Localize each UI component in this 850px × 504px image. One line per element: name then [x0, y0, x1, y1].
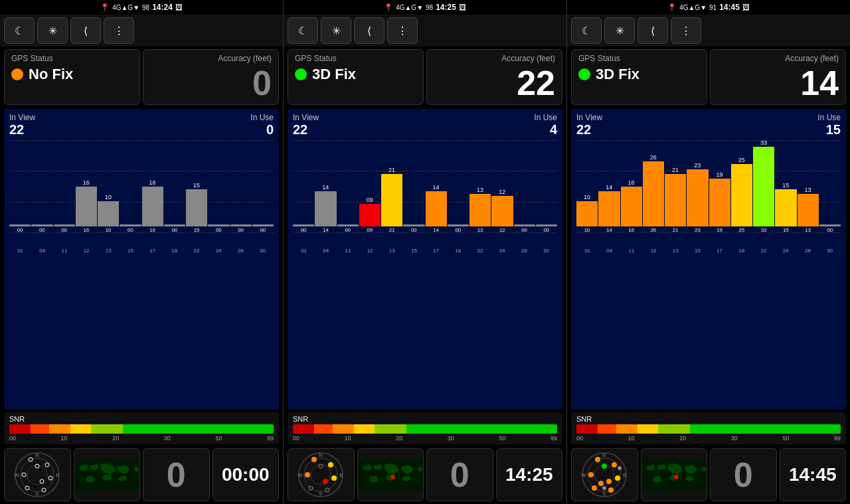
bar-12: 26 26: [643, 155, 664, 233]
bar-value-label: 21: [672, 167, 679, 173]
svg-point-42: [588, 472, 594, 477]
gps-status-card: GPS Status 3D Fix: [288, 49, 424, 105]
bar-snr-label: 13: [477, 227, 483, 233]
gps-fix-text: 3D Fix: [596, 66, 639, 83]
svg-text:N: N: [35, 452, 39, 458]
snr-label: SNR: [293, 415, 557, 423]
bar-11: 16 16: [621, 180, 642, 233]
accuracy-card: Accuracy (feet) 22: [426, 49, 562, 105]
snr-num: 30: [731, 435, 738, 442]
sat-id-labels: 010411121315171822242830: [9, 248, 274, 254]
gps-label: GPS Status: [578, 54, 700, 63]
bar-13: 10 10: [98, 195, 119, 233]
gps-status-card: GPS Status 3D Fix: [571, 49, 707, 105]
sat-id-17: 17: [709, 248, 730, 254]
toolbar-btn-1[interactable]: ✳: [604, 17, 635, 44]
bar-value-label: 19: [717, 172, 723, 178]
bar-value-label: 33: [760, 140, 767, 146]
bar-value-label: 23: [694, 163, 701, 169]
time-text: 14:24: [152, 3, 173, 12]
sat-id-13: 13: [381, 248, 403, 254]
sat-id-04: 04: [31, 248, 53, 254]
toolbar-btn-1[interactable]: ✳: [321, 17, 351, 44]
svg-point-50: [602, 486, 606, 490]
snr-bar: [9, 424, 274, 434]
bottom-row-2: N S W E 014:25: [284, 446, 566, 504]
svg-point-45: [608, 487, 614, 493]
bar-value-label: 13: [805, 187, 811, 193]
image-icon: 🖼: [459, 3, 466, 11]
bar-snr-label: 14: [433, 227, 439, 233]
panel-3: 📍 4G▲G▼ 91 14:45 🖼 ☾✳⟨⋮ GPS Status 3D Fi…: [567, 0, 850, 504]
sat-id-04: 04: [598, 248, 620, 254]
bar-body: [621, 187, 642, 226]
sat-id-17: 17: [425, 248, 447, 254]
toolbar-btn-0[interactable]: ☾: [288, 17, 318, 44]
accuracy-card: Accuracy (feet) 0: [143, 49, 279, 105]
toolbar-btn-2[interactable]: ⟨: [70, 17, 101, 44]
bar-snr-label: 16: [83, 227, 89, 233]
svg-text:S: S: [319, 491, 323, 497]
gps-label: GPS Status: [295, 54, 416, 63]
bar-snr-label: 26: [650, 227, 656, 233]
snr-segment: [49, 424, 70, 434]
bar-value-label: 16: [83, 180, 90, 186]
snr-segment: [576, 424, 598, 434]
toolbar-btn-3[interactable]: ⋮: [387, 17, 418, 44]
bar-30: 00: [536, 224, 557, 233]
snr-num: 10: [61, 435, 68, 442]
sat-id-11: 11: [53, 248, 75, 254]
bottom-card-2: 0: [143, 448, 210, 501]
toolbar-btn-2[interactable]: ⟨: [354, 17, 384, 44]
bar-17: 14 14: [426, 185, 447, 233]
bar-body: [98, 201, 119, 226]
toolbar-btn-0[interactable]: ☾: [571, 17, 602, 44]
sat-id-11: 11: [620, 248, 642, 254]
bar-18: 00: [448, 224, 469, 233]
bar-13: 21 21: [665, 167, 686, 233]
gps-dot: [578, 68, 590, 80]
bar-snr-label: 00: [301, 227, 307, 233]
bar-22: 15 15: [186, 183, 207, 233]
status-bar-2: 📍 4G▲G▼ 98 14:25 🖼: [284, 0, 566, 15]
sat-id-13: 13: [665, 248, 687, 254]
battery-text: 98: [142, 4, 149, 11]
bar-body: [164, 224, 185, 226]
bar-value-label: 14: [322, 185, 329, 191]
bottom-card-1: [641, 448, 708, 501]
toolbar-btn-1[interactable]: ✳: [37, 17, 68, 44]
battery-text: 91: [709, 4, 717, 11]
bar-snr-label: 25: [738, 227, 744, 233]
toolbar-btn-0[interactable]: ☾: [4, 17, 35, 44]
in-view-label: In View: [9, 113, 35, 122]
sat-id-30: 30: [819, 248, 841, 254]
bar-snr-label: 00: [521, 227, 527, 233]
bar-snr-label: 21: [389, 227, 395, 233]
toolbar-btn-3[interactable]: ⋮: [104, 17, 134, 44]
in-view-number: 22: [9, 122, 35, 137]
bar-body: [9, 224, 31, 226]
bar-body: [142, 187, 163, 226]
location-icon: 📍: [384, 3, 393, 12]
bar-body: [293, 224, 314, 226]
accuracy-card: Accuracy (feet) 14: [710, 49, 846, 105]
bar-snr-label: 00: [17, 227, 23, 233]
bar-snr-label: 09: [367, 227, 373, 233]
accuracy-label: Accuracy (feet): [434, 54, 555, 63]
toolbar-btn-3[interactable]: ⋮: [671, 17, 701, 44]
bar-snr-label: 00: [543, 227, 549, 233]
bar-snr-label: 00: [128, 227, 133, 233]
bar-body: [819, 224, 841, 226]
snr-num: 50: [782, 435, 789, 442]
status-bar-1: 📍 4G▲G▼ 98 14:24 🖼: [0, 0, 283, 15]
large-number: 0: [450, 455, 469, 495]
in-use-number: 4: [534, 122, 557, 137]
bar-18: 00: [164, 224, 185, 233]
toolbar-btn-2[interactable]: ⟨: [638, 17, 668, 44]
bar-snr-label: 10: [106, 227, 112, 233]
sat-id-30: 30: [535, 248, 557, 254]
bar-value-label: 25: [738, 157, 745, 163]
svg-point-25: [305, 472, 310, 477]
bar-24: 00: [208, 224, 229, 233]
svg-text:E: E: [56, 472, 60, 478]
